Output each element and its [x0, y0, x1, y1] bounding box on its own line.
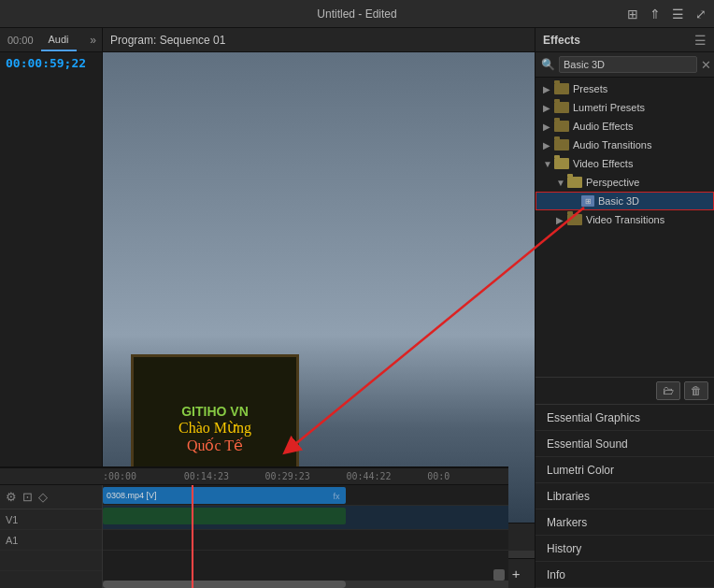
app-title: Untitled - Edited [317, 7, 396, 21]
essential-graphics-label: Essential Graphics [547, 411, 640, 424]
search-icon: 🔍 [541, 58, 555, 71]
sign-logo: GITIHO VN [181, 404, 249, 419]
left-tabs: 00:00 Audi » [0, 28, 102, 52]
delete-btn[interactable]: 🗑 [684, 381, 708, 400]
arrow-video-effects: ▼ [543, 159, 554, 169]
tree-item-basic-3d[interactable]: ⊞ Basic 3D [536, 192, 714, 210]
timeline-tracks: 0308.mp4 [V] fx [103, 485, 508, 588]
panels-icon[interactable]: ⊞ [627, 7, 638, 22]
folder-icon-presets [554, 83, 569, 94]
add-btn[interactable]: + [508, 564, 524, 583]
timeline-handle[interactable] [493, 569, 505, 581]
marker-icon[interactable]: ◇ [38, 490, 48, 504]
arrow-perspective: ▼ [556, 178, 567, 188]
search-bar: 🔍 ✕ [536, 52, 714, 78]
title-bar-icons: ⊞ ⇑ ☰ ⤢ [627, 7, 707, 22]
timeline-area: :00:00 00:14:23 00:29:23 00:44:22 00:0 ⚙… [0, 466, 508, 588]
tree-label-basic3d: Basic 3D [598, 195, 639, 207]
effects-menu-icon[interactable]: ☰ [694, 33, 707, 48]
history-item[interactable]: History [536, 536, 714, 562]
folder-icon-video-effects [554, 158, 569, 169]
tab-audio[interactable]: Audi [41, 28, 77, 51]
tree-item-video-effects[interactable]: ▼ Video Effects [536, 154, 714, 173]
sign-quoc: Quốc Tế [187, 437, 243, 454]
essential-sound-item[interactable]: Essential Sound [536, 431, 714, 457]
tab-0s[interactable]: 00:00 [0, 28, 41, 51]
timeline-content: ⚙ ⊡ ◇ V1 A1 0308.mp4 [V] fx [0, 485, 508, 588]
essential-panels: Essential Graphics Essential Sound Lumet… [536, 404, 714, 588]
effects-bottom-buttons: 🗁 🗑 [536, 377, 714, 404]
ruler-mark-1: 00:14:23 [184, 471, 265, 481]
track-row-v1: 0308.mp4 [V] fx [103, 485, 508, 506]
ruler-mark-3: 00:44:22 [346, 471, 427, 481]
sign-chao: Chào Mừng [178, 419, 251, 437]
arrow-lumetri: ▶ [543, 103, 554, 113]
essential-sound-label: Essential Sound [547, 437, 628, 451]
snap-icon[interactable]: ⊡ [22, 490, 33, 504]
folder-icon-audio-trans [554, 139, 569, 151]
markers-label: Markers [547, 516, 587, 529]
tree-label-video-transitions: Video Transitions [586, 214, 664, 225]
tree-item-lumetri-presets[interactable]: ▶ Lumetri Presets [536, 98, 714, 117]
track-label-a1: A1 [0, 530, 102, 551]
info-label: Info [547, 568, 565, 581]
file-icon-basic3d: ⊞ [581, 195, 594, 207]
lumetri-color-label: Lumetri Color [547, 464, 614, 477]
track-row-a2 [103, 530, 508, 551]
search-clear-icon[interactable]: ✕ [701, 58, 711, 72]
tree-label-perspective: Perspective [586, 177, 639, 188]
fx-badge: fx [330, 491, 342, 502]
audio-clip[interactable] [103, 508, 346, 524]
ruler-mark-0: :00:00 [103, 471, 184, 481]
filter-icon[interactable]: ⚙ [6, 490, 17, 504]
effects-title: Effects [543, 34, 689, 47]
expand-icon[interactable]: ⤢ [695, 7, 707, 22]
libraries-item[interactable]: Libraries [536, 483, 714, 509]
timeline-playhead [192, 485, 193, 588]
title-bar: Untitled - Edited ⊞ ⇑ ☰ ⤢ [0, 0, 714, 28]
tree-item-presets[interactable]: ▶ Presets [536, 79, 714, 98]
arrow-audio-trans: ▶ [543, 140, 554, 151]
ruler-marks: :00:00 00:14:23 00:29:23 00:44:22 00:0 [103, 471, 508, 481]
new-folder-btn[interactable]: 🗁 [656, 381, 680, 400]
timeline-ruler: :00:00 00:14:23 00:29:23 00:44:22 00:0 [0, 468, 508, 485]
ruler-mark-4: 00:0 [427, 471, 508, 481]
search-input[interactable] [559, 56, 697, 73]
tree-item-perspective[interactable]: ▼ Perspective [536, 173, 714, 192]
tree-label-lumetri-presets: Lumetri Presets [573, 102, 645, 113]
libraries-label: Libraries [547, 490, 590, 503]
video-clip[interactable]: 0308.mp4 [V] fx [103, 487, 346, 504]
history-label: History [547, 542, 581, 555]
clip-label: 0308.mp4 [V] [107, 491, 157, 500]
tree-item-video-transitions[interactable]: ▶ Video Transitions [536, 210, 714, 229]
arrow-video-trans: ▶ [556, 215, 567, 225]
folder-icon-audio-effects [554, 121, 569, 132]
effects-header: Effects ☰ [536, 28, 714, 52]
program-title: Program: Sequence 01 [110, 34, 225, 47]
folder-icon-lumetri [554, 102, 569, 113]
track-labels: ⚙ ⊡ ◇ V1 A1 [0, 485, 103, 588]
info-item[interactable]: Info [536, 562, 714, 588]
timeline-scrollbar[interactable] [103, 581, 508, 588]
arrow-presets: ▶ [543, 84, 554, 94]
tree-item-audio-transitions[interactable]: ▶ Audio Transitions [536, 136, 714, 154]
folder-icon-video-trans [567, 214, 582, 225]
track-label-v1: V1 [0, 509, 102, 530]
tab-more[interactable]: » [84, 34, 102, 47]
essential-graphics-item[interactable]: Essential Graphics [536, 405, 714, 431]
ruler-mark-2: 00:29:23 [265, 471, 347, 481]
track-row-a1 [103, 506, 508, 530]
lumetri-color-item[interactable]: Lumetri Color [536, 457, 714, 483]
tree-label-presets: Presets [573, 83, 607, 94]
track-tools: ⚙ ⊡ ◇ [0, 485, 102, 509]
tree-label-audio-transitions: Audio Transitions [573, 139, 651, 151]
tree-label-audio-effects: Audio Effects [573, 121, 634, 132]
effects-tree: ▶ Presets ▶ Lumetri Presets ▶ Audio Effe… [536, 78, 714, 377]
tree-label-video-effects: Video Effects [573, 158, 633, 169]
arrow-audio-effects: ▶ [543, 122, 554, 132]
folder-icon-perspective [567, 177, 582, 188]
tree-item-audio-effects[interactable]: ▶ Audio Effects [536, 117, 714, 136]
menu-icon[interactable]: ☰ [672, 7, 684, 22]
markers-item[interactable]: Markers [536, 509, 714, 536]
share-icon[interactable]: ⇑ [650, 7, 661, 22]
